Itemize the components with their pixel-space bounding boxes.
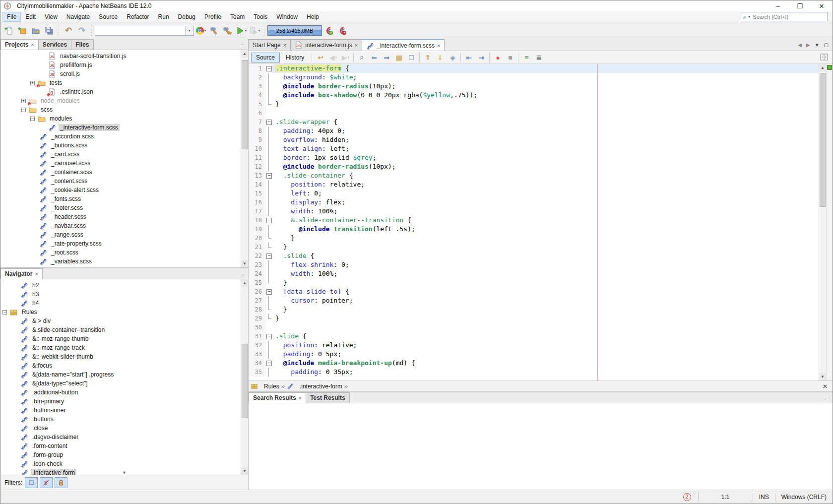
tree-item[interactable]: _card.scss: [0, 150, 241, 159]
tree-item[interactable]: _root.scss: [0, 248, 241, 257]
stop-macro-icon[interactable]: ■: [504, 52, 516, 63]
menu-source[interactable]: Source: [94, 12, 122, 22]
tree-item[interactable]: JSprefillform.js: [0, 61, 241, 69]
splitter-grip-icon[interactable]: ▼: [122, 470, 127, 475]
build-project-button[interactable]: [208, 24, 221, 37]
fold-marker[interactable]: [265, 64, 272, 73]
fold-marker[interactable]: [265, 171, 272, 180]
tree-item[interactable]: JSnavbar-scroll-transition.js: [0, 52, 241, 61]
navigator-scrollbar[interactable]: ▲ ▼: [241, 279, 248, 475]
minimize-button[interactable]: –: [767, 0, 789, 11]
editor-tab--interactive-form-scss[interactable]: _interactive-form.scss×: [362, 39, 445, 51]
close-tab-icon[interactable]: ×: [355, 42, 358, 48]
maximize-button[interactable]: ❐: [789, 0, 811, 11]
tree-item[interactable]: _content.scss: [0, 177, 241, 186]
minimize-panel-icon[interactable]: –: [821, 394, 833, 401]
source-view-button[interactable]: Source: [251, 53, 280, 63]
tree-item[interactable]: JSscroll.js: [0, 69, 241, 78]
tree-item[interactable]: .form-content: [0, 441, 241, 450]
scrollbar-thumb[interactable]: [820, 73, 826, 207]
menu-team[interactable]: Team: [226, 12, 249, 22]
close-tab-icon[interactable]: ×: [283, 42, 286, 48]
open-project-button[interactable]: [29, 24, 42, 37]
clean-build-project-button[interactable]: [221, 24, 234, 37]
find-selection-icon[interactable]: ⌕: [356, 52, 368, 63]
menu-help[interactable]: Help: [302, 12, 323, 22]
tree-item[interactable]: _container.scss: [0, 168, 241, 177]
tree-item[interactable]: _navbar.scss: [0, 221, 241, 230]
debug-project-button[interactable]: ▾: [248, 24, 261, 37]
expand-icon[interactable]: +: [21, 99, 26, 103]
tree-item[interactable]: h4: [0, 299, 241, 308]
collapse-icon[interactable]: −: [2, 310, 7, 315]
editor-tab-start-page[interactable]: Start Page×: [248, 39, 291, 51]
tree-item[interactable]: +node_modules: [0, 96, 241, 105]
previous-occurrence-icon[interactable]: ⇐: [368, 52, 380, 63]
scrollbar-thumb[interactable]: [242, 60, 248, 149]
memory-monitor[interactable]: 258,2/415,0MB: [267, 25, 322, 36]
rectangular-selection-icon[interactable]: ☐: [405, 52, 417, 63]
last-edit-icon[interactable]: ↩: [315, 52, 326, 63]
scroll-up-icon[interactable]: ▲: [241, 279, 248, 287]
new-file-button[interactable]: [2, 24, 15, 37]
comment-icon[interactable]: ≡: [520, 52, 532, 63]
tree-item[interactable]: _buttons.scss: [0, 141, 241, 150]
tree-item[interactable]: _carousel.scss: [0, 159, 241, 168]
navigator-tree[interactable]: h2h3h4−Rules& > div&.slide-container--tr…: [0, 279, 241, 475]
fold-marker[interactable]: [265, 332, 272, 341]
tree-item[interactable]: .btn-primary: [0, 397, 241, 406]
toggle-bookmark-icon[interactable]: ◈: [447, 52, 458, 63]
projects-scrollbar[interactable]: ▲ ▼: [241, 50, 248, 267]
profile-stop-button[interactable]: [336, 24, 349, 37]
close-tab-icon[interactable]: ×: [299, 395, 302, 401]
save-all-button[interactable]: [43, 24, 56, 37]
breadcrumb-item[interactable]: .interactive-form: [287, 382, 342, 390]
scroll-down-icon[interactable]: ▼: [241, 260, 248, 267]
search-dropdown-icon[interactable]: ▾: [748, 14, 750, 19]
tree-item[interactable]: &::-webkit-slider-thumb: [0, 352, 241, 361]
dropdown-caret-icon[interactable]: ▾: [258, 29, 260, 33]
tree-item[interactable]: _footer.scss: [0, 203, 241, 212]
tree-item[interactable]: .icon-check: [0, 459, 241, 468]
tree-item[interactable]: .additional-button: [0, 388, 241, 397]
filter-static-members-button[interactable]: [25, 477, 38, 488]
tree-item[interactable]: .interactive-form: [0, 468, 241, 475]
projects-tree[interactable]: JSnavbar-scroll-transition.jsJSprefillfo…: [0, 50, 241, 267]
tree-item[interactable]: _variables.scss: [0, 257, 241, 266]
tab-files[interactable]: Files: [71, 39, 93, 50]
menu-file[interactable]: File: [2, 12, 21, 22]
code-editor[interactable]: 1.interactive-form {2 background: $white…: [249, 64, 819, 380]
tab-list-icon[interactable]: ▼: [815, 42, 820, 48]
combo-dropdown-icon[interactable]: ▼: [185, 26, 193, 35]
tree-item[interactable]: &.slide-container--transition: [0, 325, 241, 334]
tree-item[interactable]: _cookie-alert.scss: [0, 186, 241, 194]
shift-left-icon[interactable]: ⇤: [463, 52, 475, 63]
minimize-panel-icon[interactable]: –: [237, 270, 248, 277]
tree-item[interactable]: .dsgvo-disclaimer: [0, 433, 241, 441]
tree-item[interactable]: −modules: [0, 114, 241, 123]
close-button[interactable]: ✕: [811, 0, 833, 11]
run-project-button[interactable]: ▾: [235, 24, 248, 37]
tree-item[interactable]: +tests: [0, 78, 241, 87]
close-tab-icon[interactable]: ×: [31, 42, 34, 48]
undo-button[interactable]: ↶: [62, 24, 75, 37]
tree-item[interactable]: .close: [0, 424, 241, 433]
filter-non-public-button[interactable]: [55, 477, 67, 488]
quick-search[interactable]: ⌕ ▾: [741, 12, 828, 21]
configuration-select[interactable]: ▼: [95, 26, 194, 36]
editor-scrollbar[interactable]: ▲ ▼: [819, 64, 826, 380]
tree-item[interactable]: _interactive-form.scss: [0, 123, 241, 132]
tree-item[interactable]: h3: [0, 290, 241, 299]
next-bookmark-icon[interactable]: ⇓: [434, 52, 446, 63]
menu-edit[interactable]: Edit: [21, 12, 40, 22]
fold-marker[interactable]: [265, 359, 272, 368]
tree-item[interactable]: h2: [0, 281, 241, 290]
expand-icon[interactable]: +: [30, 81, 35, 85]
tab-navigator[interactable]: Navigator×: [0, 268, 43, 279]
close-tab-icon[interactable]: ×: [437, 43, 440, 49]
tab-projects[interactable]: Projects×: [0, 39, 39, 50]
tree-item[interactable]: .button-inner: [0, 406, 241, 415]
tree-item[interactable]: &::-moz-range-track: [0, 343, 241, 352]
split-document-icon[interactable]: [820, 53, 830, 62]
menu-debug[interactable]: Debug: [174, 12, 200, 22]
